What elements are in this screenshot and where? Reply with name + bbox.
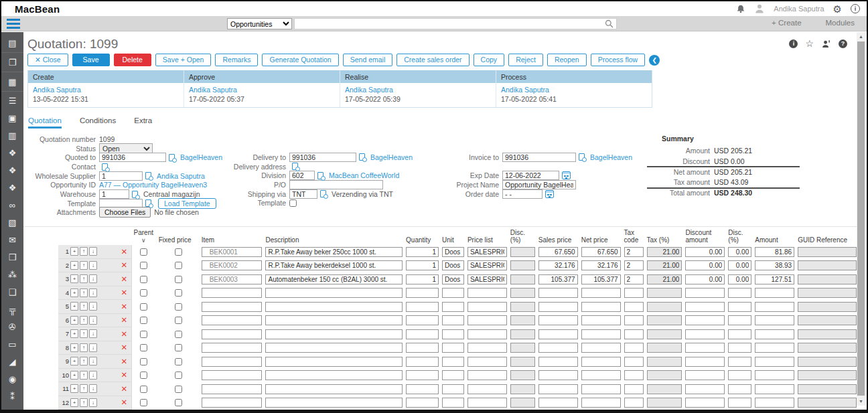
sales-price-input[interactable]	[538, 288, 578, 298]
list-icon[interactable]: ▥	[1, 127, 23, 144]
reopen-button[interactable]: Reopen	[547, 54, 587, 66]
save-button[interactable]: Save	[72, 54, 110, 66]
description-input[interactable]	[265, 274, 403, 284]
item-input[interactable]	[202, 288, 263, 298]
module-selector[interactable]: Opportunities	[227, 18, 292, 29]
puzzle-icon-1[interactable]: ❖	[1, 144, 23, 161]
sales-price-input[interactable]	[538, 260, 578, 270]
fixed-price-checkbox[interactable]	[175, 248, 182, 256]
net-price-input[interactable]	[581, 370, 621, 380]
tab-quotation[interactable]: Quotation	[28, 116, 62, 129]
parent-checkbox[interactable]	[140, 371, 147, 379]
quantity-input[interactable]	[406, 384, 439, 394]
key-icon[interactable]: ✇	[1, 318, 23, 335]
add-row-button[interactable]: +	[70, 343, 78, 352]
net-price-input[interactable]	[581, 343, 621, 353]
scroll-down-arrow-icon[interactable]: ▼	[857, 397, 865, 406]
item-input[interactable]	[202, 384, 263, 394]
settings-gear-icon[interactable]: ⚙	[833, 4, 842, 14]
item-input[interactable]	[202, 398, 263, 408]
delete-row-icon[interactable]: ✕	[121, 398, 128, 407]
amount-input[interactable]	[755, 302, 794, 312]
unit-input[interactable]	[442, 398, 464, 408]
net-price-input[interactable]	[581, 260, 621, 270]
parent-checkbox[interactable]	[140, 386, 147, 393]
delivery-to-link[interactable]: BagelHeaven	[370, 153, 413, 161]
disc-pct2-input[interactable]	[728, 315, 751, 325]
description-input[interactable]	[265, 260, 403, 270]
unit-input[interactable]	[442, 288, 464, 298]
move-row-down-button[interactable]: ↓	[89, 371, 97, 380]
tasklist-icon[interactable]: ☰	[1, 92, 23, 109]
quantity-input[interactable]	[406, 274, 439, 284]
item-input[interactable]	[202, 260, 263, 270]
discount-amount-input[interactable]	[685, 315, 725, 325]
copy-button[interactable]: Copy	[474, 54, 505, 66]
delete-row-icon[interactable]: ✕	[121, 357, 128, 366]
tax-code-input[interactable]	[624, 357, 644, 367]
app-window-icon[interactable]: ▤	[1, 33, 23, 53]
status-select[interactable]: Open	[99, 143, 153, 154]
wholesale-supplier-input[interactable]	[99, 171, 143, 181]
discount-amount-input[interactable]	[685, 343, 725, 353]
modules-button[interactable]: Modules	[826, 19, 855, 27]
invoice-to-input[interactable]	[502, 153, 576, 162]
disc-pct2-input[interactable]	[728, 247, 751, 257]
description-input[interactable]	[265, 384, 403, 394]
chart-icon[interactable]: ◢	[1, 353, 23, 370]
move-row-up-button[interactable]: ↑	[80, 261, 88, 270]
delete-row-icon[interactable]: ✕	[121, 315, 128, 325]
description-input[interactable]	[265, 329, 403, 339]
price-list-input[interactable]	[467, 398, 507, 408]
delete-row-icon[interactable]: ✕	[121, 329, 128, 339]
description-input[interactable]	[265, 302, 403, 312]
item-input[interactable]	[202, 357, 263, 367]
sales-price-input[interactable]	[538, 302, 578, 312]
delete-button[interactable]: Delete	[114, 54, 151, 66]
move-row-down-button[interactable]: ↓	[89, 329, 97, 338]
user-activity-icon[interactable]	[821, 39, 831, 48]
quoted-to-input[interactable]	[99, 153, 166, 162]
delete-row-icon[interactable]: ✕	[121, 274, 128, 284]
scrollbar-thumb[interactable]	[857, 42, 865, 396]
description-input[interactable]	[265, 288, 403, 298]
price-list-input[interactable]	[467, 343, 507, 353]
workflow-user-link[interactable]: Andika Saputra	[33, 86, 179, 94]
lookup-icon[interactable]	[169, 154, 175, 161]
price-list-input[interactable]	[467, 315, 507, 325]
remarks-button[interactable]: Remarks	[215, 54, 258, 66]
move-row-up-button[interactable]: ↑	[80, 371, 88, 380]
mail-icon[interactable]: ✉	[1, 231, 23, 248]
amount-input[interactable]	[755, 370, 794, 380]
generate-quotation-button[interactable]: Generate Quotation	[262, 54, 338, 66]
discount-amount-input[interactable]	[685, 260, 725, 270]
add-row-button[interactable]: +	[70, 357, 78, 365]
sales-price-input[interactable]	[538, 329, 578, 339]
sales-price-input[interactable]	[538, 247, 578, 257]
disc-pct2-input[interactable]	[728, 274, 751, 284]
fixed-price-checkbox[interactable]	[175, 358, 182, 365]
notifications-bell-icon[interactable]	[736, 4, 745, 14]
fixed-price-checkbox[interactable]	[175, 386, 182, 393]
disc-pct2-input[interactable]	[728, 302, 751, 312]
quantity-input[interactable]	[406, 370, 439, 380]
amount-input[interactable]	[755, 315, 794, 325]
lookup-icon[interactable]	[317, 172, 323, 179]
price-list-input[interactable]	[467, 274, 507, 284]
item-input[interactable]	[202, 302, 263, 312]
create-button[interactable]: + Create	[772, 19, 801, 27]
quoted-to-link[interactable]: BagelHeaven	[180, 153, 222, 161]
record-info-icon[interactable]: i	[789, 39, 798, 48]
browser-icon[interactable]: ❐	[1, 53, 23, 72]
add-row-button[interactable]: +	[70, 398, 78, 407]
discount-amount-input[interactable]	[685, 302, 725, 312]
price-list-input[interactable]	[467, 288, 507, 298]
fixed-price-checkbox[interactable]	[175, 276, 182, 283]
discount-amount-input[interactable]	[685, 288, 725, 298]
fixed-price-checkbox[interactable]	[175, 344, 182, 351]
reject-button[interactable]: Reject	[508, 54, 543, 66]
exp-date-input[interactable]	[502, 171, 559, 180]
move-row-up-button[interactable]: ↑	[80, 357, 88, 365]
move-row-up-button[interactable]: ↑	[80, 247, 88, 256]
delete-row-icon[interactable]: ✕	[121, 384, 128, 394]
